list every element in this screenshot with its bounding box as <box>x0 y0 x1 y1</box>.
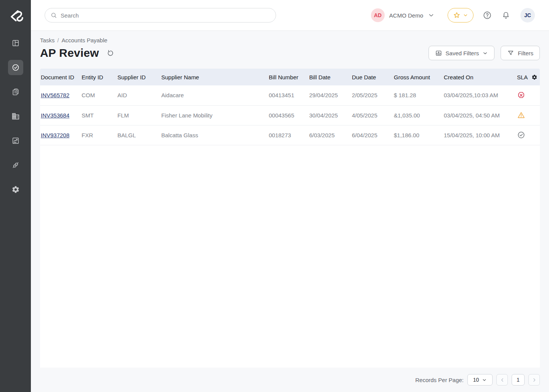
cell-bill-number: 00413451 <box>268 85 308 105</box>
documents-icon <box>11 88 20 96</box>
chart-trend-icon <box>11 137 20 145</box>
cell-created-on: 03/04/2025,10:03 AM <box>443 85 516 105</box>
cell-gross-amount: &1,035.00 <box>393 105 443 125</box>
sidebar-item-dashboard[interactable] <box>8 35 23 51</box>
cell-created-on: 03/04/2025, 04:50 AM <box>443 105 516 125</box>
pagination: Records Per Page: 10 1 <box>40 368 540 392</box>
sidebar-item-organization[interactable] <box>8 109 23 124</box>
col-bill-number: Bill Number <box>268 69 308 85</box>
chevron-down-icon <box>482 50 488 56</box>
cell-entity-id: SMT <box>81 105 117 125</box>
breadcrumb-separator: / <box>57 37 59 43</box>
page-title: AP Review <box>40 47 99 59</box>
chevron-down-icon <box>463 13 468 18</box>
cell-bill-number: 00043565 <box>268 105 308 125</box>
col-entity-id: Entity ID <box>81 69 117 85</box>
sla-breached-icon <box>517 91 525 100</box>
cell-gross-amount: $ 181.28 <box>393 85 443 105</box>
ap-review-table: Document ID Entity ID Supplier ID Suppli… <box>40 69 540 145</box>
table-row: INV353684 SMT FLM Fisher Lane Mobility 0… <box>40 105 540 125</box>
chevron-left-icon <box>499 377 505 383</box>
account-avatar: AD <box>371 8 385 22</box>
account-name: ACMO Demo <box>389 12 423 19</box>
cell-bill-number: 0018273 <box>268 125 308 145</box>
refresh-button[interactable] <box>106 48 115 58</box>
search-icon <box>50 12 57 19</box>
col-supplier-id: Supplier ID <box>117 69 161 85</box>
table-row: INV937208 FXR BALGL Balcatta Glass 00182… <box>40 125 540 145</box>
previous-page-button[interactable] <box>496 374 508 386</box>
cell-created-on: 15/04/2025, 10:00 AM <box>443 125 516 145</box>
sidebar-nav <box>8 31 23 197</box>
star-icon <box>453 11 461 19</box>
breadcrumb-tasks[interactable]: Tasks <box>40 37 55 43</box>
col-document-id: Document ID <box>40 69 81 85</box>
chevron-down-icon <box>428 12 435 19</box>
table-row: INV565782 COM AID Aidacare 00413451 29/0… <box>40 85 540 105</box>
records-per-page-label: Records Per Page: <box>415 377 464 383</box>
cell-bill-date: 6/03/2025 <box>308 125 351 145</box>
help-button[interactable] <box>482 10 492 20</box>
cell-bill-date: 30/04/2025 <box>308 105 351 125</box>
cell-due-date: 2/05/2025 <box>351 85 393 105</box>
sidebar-item-settings[interactable] <box>8 182 23 197</box>
document-id-link[interactable]: INV353684 <box>41 112 69 119</box>
cell-bill-date: 29/04/2025 <box>308 85 351 105</box>
col-due-date: Due Date <box>351 69 393 85</box>
search-input[interactable] <box>61 12 270 19</box>
notifications-button[interactable] <box>501 10 511 20</box>
chevron-down-icon <box>482 378 487 382</box>
col-created-on: Created On <box>443 69 516 85</box>
cell-due-date: 6/04/2025 <box>351 125 393 145</box>
global-search <box>45 8 276 22</box>
content-area: Tasks / Accounts Payable AP Review <box>31 31 549 392</box>
cell-due-date: 4/05/2025 <box>351 105 393 125</box>
title-actions: Saved Filters Filters <box>429 46 540 60</box>
sidebar-item-tasks[interactable] <box>8 60 23 75</box>
building-icon <box>11 112 20 120</box>
sidebar-item-documents[interactable] <box>8 84 23 100</box>
topbar: AD ACMO Demo <box>31 0 549 31</box>
sidebar-item-analytics[interactable] <box>8 133 23 148</box>
cell-entity-id: FXR <box>81 125 117 145</box>
col-sla: SLA <box>516 69 540 85</box>
records-per-page-select[interactable]: 10 <box>467 374 493 386</box>
ap-review-table-card: Document ID Entity ID Supplier ID Suppli… <box>40 69 540 368</box>
gear-icon <box>11 185 20 194</box>
document-id-link[interactable]: INV937208 <box>41 132 69 138</box>
user-avatar[interactable]: JC <box>520 8 535 22</box>
saved-filters-tray-icon <box>435 50 442 57</box>
sla-met-icon <box>517 131 525 139</box>
breadcrumb-current: Accounts Payable <box>62 37 108 43</box>
cell-gross-amount: $1,186.00 <box>393 125 443 145</box>
cell-supplier-name: Aidacare <box>161 85 268 105</box>
cell-supplier-id: BALGL <box>117 125 161 145</box>
filters-label: Filters <box>518 50 533 56</box>
filters-button[interactable]: Filters <box>501 46 540 60</box>
help-icon <box>483 11 492 20</box>
current-page-indicator[interactable]: 1 <box>512 374 525 386</box>
breadcrumb: Tasks / Accounts Payable <box>40 37 540 43</box>
col-gross-amount: Gross Amount <box>393 69 443 85</box>
check-circle-icon <box>11 63 20 72</box>
next-page-button[interactable] <box>528 374 540 386</box>
topbar-actions: AD ACMO Demo <box>371 8 535 22</box>
filter-funnel-icon <box>507 50 514 57</box>
cell-supplier-name: Balcatta Glass <box>161 125 268 145</box>
sla-warning-icon <box>517 111 525 119</box>
document-id-link[interactable]: INV565782 <box>41 92 69 98</box>
refresh-icon <box>106 49 114 57</box>
app-logo <box>0 0 31 31</box>
saved-filters-label: Saved Filters <box>446 50 479 56</box>
title-row: AP Review Saved Filters <box>40 46 540 60</box>
cell-entity-id: COM <box>81 85 117 105</box>
table-header-row: Document ID Entity ID Supplier ID Suppli… <box>40 69 540 85</box>
column-settings-gear-icon[interactable] <box>531 74 538 81</box>
dashboard-layout-icon <box>11 39 20 47</box>
cell-supplier-name: Fisher Lane Mobility <box>161 105 268 125</box>
favorites-button[interactable] <box>448 8 474 22</box>
saved-filters-button[interactable]: Saved Filters <box>429 46 495 60</box>
account-switcher[interactable]: AD ACMO Demo <box>371 8 435 22</box>
bell-icon <box>501 11 510 20</box>
sidebar-item-integrations[interactable] <box>8 157 23 173</box>
